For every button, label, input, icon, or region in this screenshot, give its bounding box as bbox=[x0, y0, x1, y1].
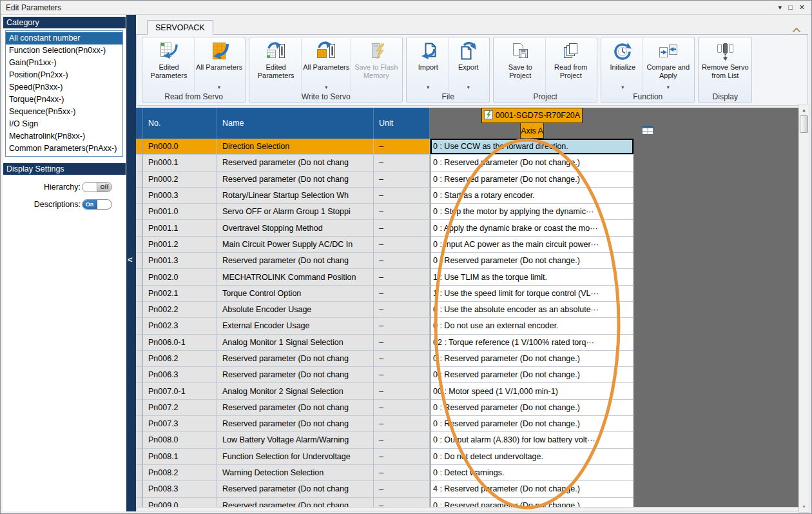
export-button[interactable]: Export▾ bbox=[448, 38, 488, 92]
param-name[interactable]: Low Battery Voltage Alarm/Warning bbox=[217, 432, 374, 448]
read-all-parameters-button[interactable]: All Parameters▾ bbox=[194, 38, 244, 92]
row-indicator[interactable] bbox=[136, 335, 143, 351]
grid-table-icon[interactable] bbox=[642, 125, 653, 138]
param-name[interactable]: Reserved parameter (Do not chang bbox=[217, 416, 374, 432]
param-unit[interactable]: – bbox=[374, 465, 430, 481]
param-unit[interactable]: – bbox=[374, 416, 430, 432]
row-indicator[interactable] bbox=[136, 432, 143, 448]
param-value[interactable]: 0 : Reserved parameter (Do not change.) bbox=[430, 253, 634, 269]
param-value[interactable]: 0 : Reserved parameter (Do not change.) bbox=[430, 155, 634, 171]
read-from-project-button[interactable]: Read from Project bbox=[545, 38, 595, 92]
param-value[interactable]: 0 : Stop the motor by applying the dynam… bbox=[430, 204, 634, 220]
descriptions-toggle[interactable]: On bbox=[82, 199, 112, 210]
param-no[interactable]: Pn001.0 bbox=[143, 204, 217, 220]
param-value[interactable]: 0 : Detect warnings. bbox=[430, 465, 634, 481]
param-no[interactable]: Pn007.2 bbox=[143, 400, 217, 416]
ribbon-collapse-chevron-icon[interactable] bbox=[791, 25, 802, 32]
param-no[interactable]: Pn001.2 bbox=[143, 237, 217, 253]
import-button[interactable]: Import▾ bbox=[408, 38, 448, 92]
row-indicator[interactable] bbox=[136, 400, 143, 416]
compare-and-apply-button[interactable]: Compare and Apply▾ bbox=[643, 38, 693, 92]
row-indicator[interactable] bbox=[136, 302, 143, 318]
param-name[interactable]: Servo OFF or Alarm Group 1 Stoppi bbox=[217, 204, 374, 220]
param-no[interactable]: Pn002.2 bbox=[143, 302, 217, 318]
param-unit[interactable]: – bbox=[374, 481, 430, 497]
param-no[interactable]: Pn008.2 bbox=[143, 465, 217, 481]
param-name[interactable]: Reserved parameter (Do not chang bbox=[217, 351, 374, 367]
param-name[interactable]: Reserved parameter (Do not chang bbox=[217, 253, 374, 269]
param-value[interactable]: 0 : Do not detect undervoltage. bbox=[430, 449, 634, 465]
row-indicator[interactable] bbox=[136, 481, 143, 497]
collapse-sidebar-icon[interactable]: < bbox=[128, 255, 133, 264]
category-item-sequence-pn5xx[interactable]: Sequence(Pn5xx-) bbox=[6, 106, 122, 118]
param-no[interactable]: Pn002.3 bbox=[143, 318, 217, 334]
param-name[interactable]: MECHATROLINK Command Position bbox=[217, 269, 374, 285]
param-unit[interactable]: – bbox=[374, 432, 430, 448]
param-name[interactable]: External Encoder Usage bbox=[217, 318, 374, 334]
param-value[interactable]: 00 : Motor speed (1 V/1,000 min-1) bbox=[430, 383, 634, 399]
row-indicator[interactable] bbox=[136, 253, 143, 269]
param-value[interactable]: 0 : Reserved parameter (Do not change.) bbox=[430, 367, 634, 383]
param-value[interactable]: 0 : Start as a rotary encoder. bbox=[430, 188, 634, 204]
write-all-parameters-button[interactable]: All Parameters▾ bbox=[301, 38, 351, 92]
scroll-down-icon[interactable]: ▼ bbox=[799, 502, 809, 511]
param-unit[interactable]: – bbox=[374, 302, 430, 318]
category-item-all-constant-number[interactable]: All constant number bbox=[6, 32, 122, 44]
row-indicator[interactable] bbox=[136, 383, 143, 399]
tab-servopack[interactable]: SERVOPACK bbox=[147, 20, 213, 35]
category-item-position-pn2xx[interactable]: Position(Pn2xx-) bbox=[6, 69, 122, 81]
header-servo-column[interactable]: 0001-SGD7S-R70F20A Axis A bbox=[430, 108, 634, 139]
param-no[interactable]: Pn002.0 bbox=[143, 269, 217, 285]
param-no[interactable]: Pn006.2 bbox=[143, 351, 217, 367]
param-name[interactable]: Reserved parameter (Do not chang bbox=[217, 172, 374, 188]
param-unit[interactable]: – bbox=[374, 188, 430, 204]
param-name[interactable]: Function Selection for Undervoltage bbox=[217, 449, 374, 465]
param-no[interactable]: Pn007.0-1 bbox=[143, 383, 217, 399]
param-name[interactable]: Torque Control Option bbox=[217, 286, 374, 302]
param-unit[interactable]: – bbox=[374, 318, 430, 334]
param-value[interactable]: 0 : Use CCW as the forward direction. bbox=[430, 139, 634, 155]
sidebar-splitter[interactable]: < bbox=[126, 15, 136, 511]
vertical-scrollbar[interactable]: ▲ ▼ bbox=[798, 104, 809, 513]
param-value[interactable]: 4 : Reserved parameter (Do not change.) bbox=[430, 481, 634, 497]
maximize-icon[interactable]: □ bbox=[788, 4, 793, 11]
row-indicator[interactable] bbox=[136, 416, 143, 432]
param-name[interactable]: Analog Monitor 1 Signal Selection bbox=[217, 335, 374, 351]
param-value[interactable]: 02 : Torque reference (1 V/100% rated to… bbox=[430, 335, 634, 351]
param-no[interactable]: Pn007.3 bbox=[143, 416, 217, 432]
param-unit[interactable]: – bbox=[374, 351, 430, 367]
row-indicator[interactable] bbox=[136, 204, 143, 220]
param-no[interactable]: Pn006.0-1 bbox=[143, 335, 217, 351]
param-name[interactable]: Reserved parameter (Do not chang bbox=[217, 367, 374, 383]
row-indicator[interactable] bbox=[136, 351, 143, 367]
param-unit[interactable]: – bbox=[374, 253, 430, 269]
param-name[interactable]: Main Circuit Power Supply AC/DC In bbox=[217, 237, 374, 253]
param-unit[interactable]: – bbox=[374, 172, 430, 188]
param-unit[interactable]: – bbox=[374, 139, 430, 155]
param-value[interactable]: 1 : Use the speed limit for torque contr… bbox=[430, 286, 634, 302]
param-name[interactable]: Warning Detection Selection bbox=[217, 465, 374, 481]
category-item-torque-pn4xx[interactable]: Torque(Pn4xx-) bbox=[6, 94, 122, 106]
param-unit[interactable]: – bbox=[374, 237, 430, 253]
row-indicator[interactable] bbox=[136, 188, 143, 204]
param-unit[interactable]: – bbox=[374, 383, 430, 399]
remove-servo-from-list-button[interactable]: Remove Servo from List bbox=[700, 38, 750, 92]
param-name[interactable]: Absolute Encoder Usage bbox=[217, 302, 374, 318]
row-indicator[interactable] bbox=[136, 155, 143, 171]
param-no[interactable]: Pn008.3 bbox=[143, 481, 217, 497]
row-indicator[interactable] bbox=[136, 318, 143, 334]
category-item-mechatrolink-pn8xx[interactable]: Mechatrolink(Pn8xx-) bbox=[6, 130, 122, 143]
param-unit[interactable]: – bbox=[374, 204, 430, 220]
param-unit[interactable]: – bbox=[374, 269, 430, 285]
row-indicator[interactable] bbox=[136, 465, 143, 481]
write-edited-parameters-button[interactable]: Edited Parameters bbox=[251, 38, 301, 92]
param-no[interactable]: Pn001.3 bbox=[143, 253, 217, 269]
row-indicator[interactable] bbox=[136, 237, 143, 253]
param-value[interactable]: 1 : Use TLIM as the torque limit. bbox=[430, 269, 634, 285]
param-value[interactable]: 0 : Output alarm (A.830) for low battery… bbox=[430, 432, 634, 448]
category-item-common-parameters-pnaxx[interactable]: Common Parameters(PnAxx-) bbox=[6, 143, 122, 155]
param-unit[interactable]: – bbox=[374, 286, 430, 302]
param-name[interactable]: Reserved parameter (Do not chang bbox=[217, 155, 374, 171]
save-to-project-button[interactable]: Save to Project bbox=[495, 38, 545, 92]
param-value[interactable]: 0 : Reserved parameter (Do not change.) bbox=[430, 351, 634, 367]
